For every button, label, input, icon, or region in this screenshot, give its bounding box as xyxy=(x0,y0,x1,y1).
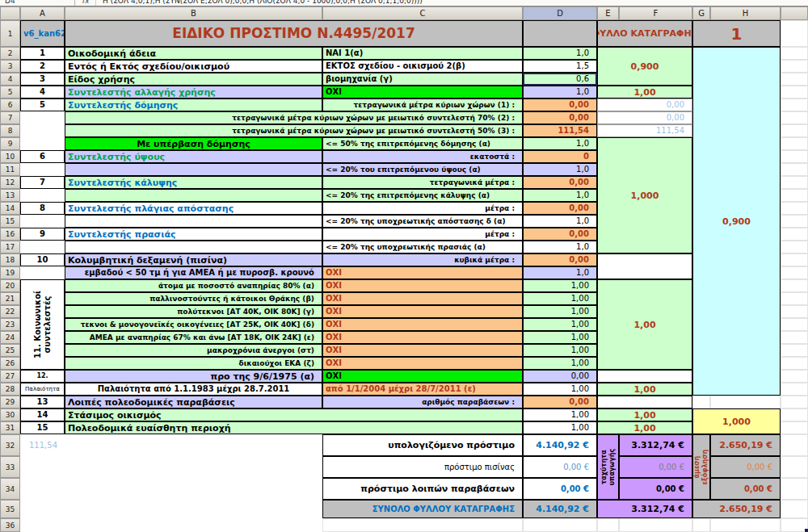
row-header-20[interactable]: 20 xyxy=(0,279,20,292)
cell-D28[interactable]: 1,00 xyxy=(523,383,597,396)
formula-input[interactable]: Η (ΣΟΛ 4;0;1);Η (ΣΥΝ(ΣΟΛ Ε;ΣΟΛ 0);0;0;Η … xyxy=(96,0,808,6)
empty-cell-D36[interactable] xyxy=(523,518,597,532)
corner-cell[interactable] xyxy=(0,6,20,20)
cell-D9[interactable]: 1,0 xyxy=(523,137,597,150)
empty-cell-X18[interactable] xyxy=(781,253,808,266)
cell-A29[interactable]: 13 xyxy=(20,396,65,408)
row-header-34[interactable]: 34 xyxy=(0,478,20,500)
cell-E9[interactable]: 1,000 xyxy=(597,137,692,253)
row-header-29[interactable]: 29 xyxy=(0,396,20,408)
column-header-B[interactable]: B xyxy=(65,6,322,20)
row-header-30[interactable]: 30 xyxy=(0,408,20,421)
cell-B6[interactable]: Συντελεστής δόμησης xyxy=(65,98,322,111)
cell-A32[interactable]: 111,54 xyxy=(20,434,65,456)
cell-D3[interactable]: 1,5 xyxy=(523,60,597,73)
row-header-14[interactable]: 14 xyxy=(0,202,20,215)
cell-B3[interactable]: Εντός ή Εκτός σχεδίου/οικισμού xyxy=(65,60,322,73)
cell-A27[interactable]: 12. xyxy=(20,370,65,383)
cell-C2[interactable]: ΝΑΙ 1(α) xyxy=(322,47,523,60)
cell-A4[interactable]: 3 xyxy=(20,73,65,86)
empty-cell-X36[interactable] xyxy=(781,518,808,532)
cell-A3[interactable]: 2 xyxy=(20,60,65,73)
location-factor-value[interactable]: 0,900 xyxy=(692,47,781,396)
cell-B15[interactable] xyxy=(65,215,322,228)
cell-D29[interactable]: 0,00 xyxy=(523,396,597,408)
row-header-9[interactable]: 9 xyxy=(0,137,20,150)
cell-D22[interactable]: 1,00 xyxy=(523,305,597,318)
cell-A18[interactable]: 10 xyxy=(20,253,65,266)
cell-D20[interactable]: 1,00 xyxy=(523,279,597,292)
column-header-C[interactable]: C xyxy=(322,6,523,20)
cell-B13[interactable] xyxy=(65,189,322,202)
cell-C9[interactable]: <= 50% της επιτρεπόμενης δόμησης (α) xyxy=(322,137,523,150)
column-header-G[interactable]: G xyxy=(692,6,710,20)
row-header-4[interactable]: 4 xyxy=(0,73,20,86)
cell-C24[interactable]: ΟΧΙ xyxy=(322,331,523,344)
cell-E5[interactable]: 1,00 xyxy=(597,86,692,98)
empty-cell-X6[interactable] xyxy=(781,98,808,111)
cell-A12[interactable]: 7 xyxy=(20,176,65,189)
empty-cell-X3[interactable] xyxy=(781,60,808,73)
empty-cell-X2[interactable] xyxy=(781,47,808,60)
row-header-12[interactable]: 12 xyxy=(0,176,20,189)
cell-B22[interactable]: πολύτεκνοι [ΑΤ 40Κ, ΟΙΚ 80Κ] (γ) xyxy=(65,305,322,318)
cell-B25[interactable]: μακροχρόνια άνεργοι (στ) xyxy=(65,344,322,357)
cell-D26[interactable]: 1,00 xyxy=(523,357,597,370)
cell-C16[interactable]: μέτρα : xyxy=(322,228,523,241)
empty-cell-E36[interactable] xyxy=(597,518,619,532)
row-header-5[interactable]: 5 xyxy=(0,86,20,98)
row-header-26[interactable]: 26 xyxy=(0,357,20,370)
cell-C27[interactable]: ΟΧΙ xyxy=(322,370,523,383)
cell-E29[interactable] xyxy=(597,396,692,408)
formula-bar[interactable]: D4 fx Η (ΣΟΛ 4;0;1);Η (ΣΥΝ(ΣΟΛ Ε;ΣΟΛ 0);… xyxy=(0,0,808,6)
empty-cell-X5[interactable] xyxy=(781,86,808,98)
empty-cell-F36[interactable] xyxy=(619,518,692,532)
row-header-25[interactable]: 25 xyxy=(0,344,20,357)
empty-cell-X26[interactable] xyxy=(781,357,808,370)
cell-D12[interactable]: 0,00 xyxy=(523,176,597,189)
cell-B2[interactable]: Οικοδομική άδεια xyxy=(65,47,322,60)
cell-C4[interactable]: βιομηχανία (γ) xyxy=(322,73,523,86)
empty-cell-X1[interactable] xyxy=(781,20,808,47)
empty-cell-X29[interactable] xyxy=(781,396,808,408)
cell-C19[interactable]: ΟΧΙ xyxy=(322,266,523,279)
cell-D13[interactable]: 1,0 xyxy=(523,189,597,202)
row-header-19[interactable]: 19 xyxy=(0,266,20,279)
column-header-F[interactable]: F xyxy=(619,6,692,20)
empty-cell-X13[interactable] xyxy=(781,189,808,202)
row-header-8[interactable]: 8 xyxy=(0,124,20,137)
cell-B4[interactable]: Είδος χρήσης xyxy=(65,73,322,86)
immediate-payment-amount[interactable]: 2.650,19 € xyxy=(710,434,781,456)
social-factors-label[interactable]: 11. Κοινωνικοί συντελεστές xyxy=(20,279,65,370)
row-header-32[interactable]: 32 xyxy=(0,434,20,456)
cell-D7[interactable]: 0,00 xyxy=(523,111,597,124)
cell-B14[interactable]: Συντελεστής πλάγιας απόστασης xyxy=(65,202,322,215)
empty-cell-X8[interactable] xyxy=(781,124,808,137)
cell-D19[interactable]: 1,0 xyxy=(523,266,597,279)
cell-C10[interactable]: εκατοστά : xyxy=(322,150,523,163)
cell-A28[interactable]: Παλαιότητα xyxy=(20,383,65,396)
empty-cell-X31[interactable] xyxy=(781,421,808,434)
cell-H34[interactable]: 0,00 € xyxy=(710,478,781,500)
cell-B10[interactable]: Συντελεστής ύψους xyxy=(65,150,322,163)
sheet-total-label[interactable]: ΣΥΝΟΛΟ ΦΥΛΛΟΥ ΚΑΤΑΓΡΑΦΗΣ xyxy=(322,500,523,518)
row-header-2[interactable]: 2 xyxy=(0,47,20,60)
column-header-H[interactable]: H xyxy=(710,6,781,20)
cell-F33[interactable]: 0,00 € xyxy=(619,456,692,478)
cell-C21[interactable]: ΟΧΙ xyxy=(322,292,523,305)
cell-B16[interactable]: Συντελεστής πρασιάς xyxy=(65,228,322,241)
immediate-payment-label[interactable]: άμεση εξόφληση xyxy=(692,434,710,500)
row-header-33[interactable]: 33 xyxy=(0,456,20,478)
name-box[interactable]: D4 xyxy=(0,0,75,6)
row-header-27[interactable]: 27 xyxy=(0,370,20,383)
cell-B9[interactable]: Με υπέρβαση δόμησης xyxy=(65,137,322,150)
cell-C11[interactable]: <= 20% του επιτρεπόμενου ύψους (α) xyxy=(322,163,523,176)
cell-B18[interactable]: Κολυμβητική δεξαμενή (πισίνα) xyxy=(65,253,322,266)
empty-cell-X21[interactable] xyxy=(781,292,808,305)
cell-A30[interactable]: 14 xyxy=(20,408,65,421)
cell-D2[interactable]: 1,0 xyxy=(523,47,597,60)
sheet-title[interactable]: ΕΙΔΙΚΟ ΠΡΟΣΤΙΜΟ Ν.4495/2017 xyxy=(65,20,523,47)
fast-track-label[interactable]: ταχύτητα υπαγωγής xyxy=(597,434,619,500)
row-header-22[interactable]: 22 xyxy=(0,305,20,318)
cell-D21[interactable]: 1,00 xyxy=(523,292,597,305)
